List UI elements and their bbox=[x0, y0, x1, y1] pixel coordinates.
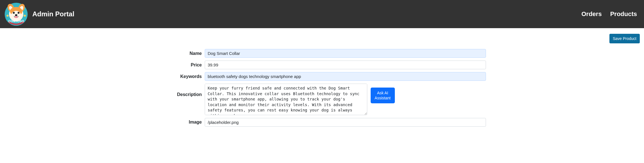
form-row-image: Image bbox=[158, 118, 486, 127]
portal-title: Admin Portal bbox=[32, 10, 74, 18]
label-image: Image bbox=[158, 120, 205, 125]
svg-text:CONTOSO: CONTOSO bbox=[8, 19, 24, 23]
save-product-button[interactable]: Save Product bbox=[609, 34, 640, 43]
product-form: Name Price Keywords Description Ask AI A… bbox=[158, 49, 486, 127]
content: Save Product Name Price Keywords Descrip… bbox=[0, 28, 644, 135]
name-input[interactable] bbox=[205, 49, 486, 58]
label-price: Price bbox=[158, 62, 205, 68]
label-name: Name bbox=[158, 51, 205, 56]
keywords-input[interactable] bbox=[205, 72, 486, 81]
logo-icon: CONTOSO bbox=[4, 2, 28, 26]
svg-point-11 bbox=[15, 16, 18, 18]
svg-point-8 bbox=[13, 12, 15, 14]
description-textarea[interactable] bbox=[205, 84, 367, 115]
label-description: Description bbox=[158, 84, 205, 97]
nav-orders[interactable]: Orders bbox=[581, 10, 602, 18]
svg-point-10 bbox=[15, 14, 17, 16]
svg-point-9 bbox=[18, 12, 20, 14]
top-actions: Save Product bbox=[4, 34, 640, 43]
price-input[interactable] bbox=[205, 61, 486, 69]
form-row-keywords: Keywords bbox=[158, 72, 486, 81]
header: CONTOSO Admin Portal Orders Products bbox=[0, 0, 644, 28]
nav-products[interactable]: Products bbox=[610, 10, 637, 18]
form-row-price: Price bbox=[158, 61, 486, 69]
image-input[interactable] bbox=[205, 118, 486, 127]
label-keywords: Keywords bbox=[158, 74, 205, 79]
ask-ai-assistant-button[interactable]: Ask AI Assistant bbox=[371, 88, 395, 103]
header-left: CONTOSO Admin Portal bbox=[4, 2, 74, 26]
form-row-name: Name bbox=[158, 49, 486, 58]
form-row-description: Description Ask AI Assistant bbox=[158, 84, 486, 115]
header-nav: Orders Products bbox=[581, 10, 640, 18]
